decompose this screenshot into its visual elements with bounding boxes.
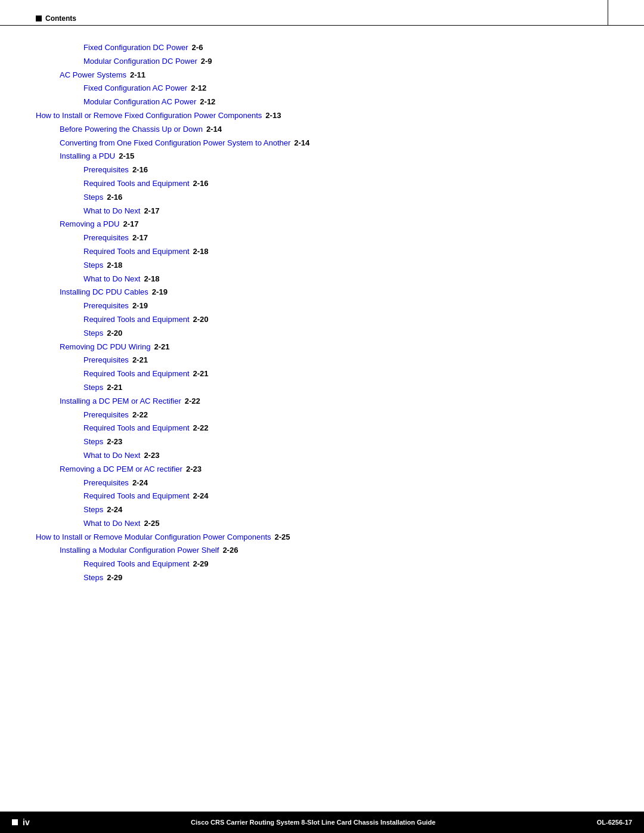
toc-link[interactable]: Modular Configuration DC Power <box>83 55 197 68</box>
toc-entry: Removing a DC PEM or AC rectifier2-23 <box>36 463 608 476</box>
toc-page-number: 2-25 <box>144 518 159 530</box>
page-container: Contents Fixed Configuration DC Power2-6… <box>0 0 644 833</box>
footer-left: iv <box>12 817 30 827</box>
toc-page-number: 2-17 <box>132 232 148 244</box>
toc-link[interactable]: What to Do Next <box>83 450 140 462</box>
footer-doc-number: OL-6256-17 <box>597 819 632 826</box>
toc-link[interactable]: How to Install or Remove Fixed Configura… <box>36 110 262 122</box>
toc-entry: Steps2-20 <box>36 327 608 340</box>
toc-page-number: 2-20 <box>193 314 209 326</box>
toc-link[interactable]: Required Tools and Equipment <box>83 314 190 326</box>
toc-link[interactable]: Installing DC PDU Cables <box>60 286 148 299</box>
toc-link[interactable]: Fixed Configuration AC Power <box>83 82 187 95</box>
header-square-icon <box>36 16 42 21</box>
toc-link[interactable]: Required Tools and Equipment <box>83 368 190 380</box>
toc-link[interactable]: What to Do Next <box>83 518 140 530</box>
page-footer: iv Cisco CRS Carrier Routing System 8-Sl… <box>0 812 644 833</box>
toc-link[interactable]: Converting from One Fixed Configuration … <box>60 137 290 150</box>
toc-page-number: 2-9 <box>201 55 212 68</box>
toc-link[interactable]: Required Tools and Equipment <box>83 178 190 190</box>
toc-page-number: 2-14 <box>206 123 222 136</box>
toc-page-number: 2-16 <box>107 191 122 204</box>
toc-entry: What to Do Next2-23 <box>36 450 608 462</box>
toc-link[interactable]: Removing a DC PEM or AC rectifier <box>60 463 182 476</box>
toc-link[interactable]: Required Tools and Equipment <box>83 490 190 503</box>
toc-link[interactable]: Required Tools and Equipment <box>83 246 190 258</box>
toc-link[interactable]: Prerequisites <box>83 477 129 490</box>
toc-link[interactable]: Prerequisites <box>83 354 129 367</box>
toc-entry: Prerequisites2-22 <box>36 409 608 422</box>
toc-entry: Required Tools and Equipment2-29 <box>36 558 608 571</box>
toc-entry: Removing DC PDU Wiring2-21 <box>36 341 608 354</box>
toc-entry: Steps2-16 <box>36 191 608 204</box>
toc-link[interactable]: Steps <box>83 259 103 272</box>
footer-title: Cisco CRS Carrier Routing System 8-Slot … <box>30 819 597 826</box>
toc-link[interactable]: Steps <box>83 191 103 204</box>
toc-page-number: 2-13 <box>265 110 281 122</box>
toc-page-number: 2-22 <box>132 409 148 422</box>
toc-link[interactable]: Before Powering the Chassis Up or Down <box>60 123 203 136</box>
toc-link[interactable]: What to Do Next <box>83 205 140 218</box>
toc-link[interactable]: Prerequisites <box>83 164 129 176</box>
top-border <box>0 25 644 26</box>
toc-link[interactable]: Steps <box>83 382 103 394</box>
toc-link[interactable]: AC Power Systems <box>60 69 126 82</box>
toc-link[interactable]: Prerequisites <box>83 409 129 422</box>
toc-page-number: 2-25 <box>275 531 290 544</box>
toc-entry: Before Powering the Chassis Up or Down2-… <box>36 123 608 136</box>
toc-entry: Required Tools and Equipment2-20 <box>36 314 608 326</box>
toc-entry: Modular Configuration AC Power2-12 <box>36 96 608 109</box>
toc-link[interactable]: Prerequisites <box>83 232 129 244</box>
toc-entry: Prerequisites2-17 <box>36 232 608 244</box>
toc-link[interactable]: Removing DC PDU Wiring <box>60 341 150 354</box>
toc-entry: Steps2-18 <box>36 259 608 272</box>
toc-entry: Required Tools and Equipment2-21 <box>36 368 608 380</box>
toc-page-number: 2-18 <box>107 259 122 272</box>
toc-entry: How to Install or Remove Modular Configu… <box>36 531 608 544</box>
toc-page-number: 2-23 <box>144 450 159 462</box>
toc-page-number: 2-12 <box>200 96 215 109</box>
toc-link[interactable]: How to Install or Remove Modular Configu… <box>36 531 271 544</box>
toc-entry: Installing a PDU2-15 <box>36 150 608 163</box>
toc-page-number: 2-24 <box>132 477 148 490</box>
toc-link[interactable]: Required Tools and Equipment <box>83 558 190 571</box>
toc-page-number: 2-29 <box>107 572 122 584</box>
toc-page-number: 2-23 <box>186 463 202 476</box>
toc-page-number: 2-12 <box>191 82 206 95</box>
toc-entry: Steps2-21 <box>36 382 608 394</box>
toc-entry: Steps2-24 <box>36 504 608 516</box>
toc-link[interactable]: Fixed Configuration DC Power <box>83 42 188 54</box>
toc-link[interactable]: Removing a PDU <box>60 218 119 231</box>
top-right-line <box>608 0 608 25</box>
toc-link[interactable]: Modular Configuration AC Power <box>83 96 196 109</box>
toc-link[interactable]: Steps <box>83 572 103 584</box>
toc-link[interactable]: Steps <box>83 504 103 516</box>
toc-link[interactable]: Steps <box>83 327 103 340</box>
toc-page-number: 2-21 <box>193 368 209 380</box>
toc-page-number: 2-18 <box>144 273 159 286</box>
toc-page-number: 2-16 <box>193 178 209 190</box>
toc-entry: Prerequisites2-16 <box>36 164 608 176</box>
toc-page-number: 2-26 <box>222 544 238 557</box>
toc-page-number: 2-14 <box>294 137 309 150</box>
toc-entry: Removing a PDU2-17 <box>36 218 608 231</box>
toc-entry: What to Do Next2-18 <box>36 273 608 286</box>
toc-entry: Required Tools and Equipment2-18 <box>36 246 608 258</box>
toc-link[interactable]: Installing a PDU <box>60 150 115 163</box>
toc-link[interactable]: Prerequisites <box>83 300 129 312</box>
toc-page-number: 2-29 <box>193 558 209 571</box>
toc-link[interactable]: Installing a DC PEM or AC Rectifier <box>60 395 181 408</box>
toc-link[interactable]: What to Do Next <box>83 273 140 286</box>
toc-page-number: 2-18 <box>193 246 209 258</box>
toc-entry: Converting from One Fixed Configuration … <box>36 137 608 150</box>
toc-page-number: 2-24 <box>107 504 122 516</box>
toc-link[interactable]: Installing a Modular Configuration Power… <box>60 544 219 557</box>
toc-page-number: 2-19 <box>132 300 148 312</box>
toc-entry: What to Do Next2-25 <box>36 518 608 530</box>
toc-link[interactable]: Required Tools and Equipment <box>83 422 190 435</box>
toc-entry: Modular Configuration DC Power2-9 <box>36 55 608 68</box>
footer-square-icon <box>12 819 18 825</box>
header-label: Contents <box>45 14 76 23</box>
toc-link[interactable]: Steps <box>83 436 103 448</box>
toc-page-number: 2-22 <box>193 422 209 435</box>
